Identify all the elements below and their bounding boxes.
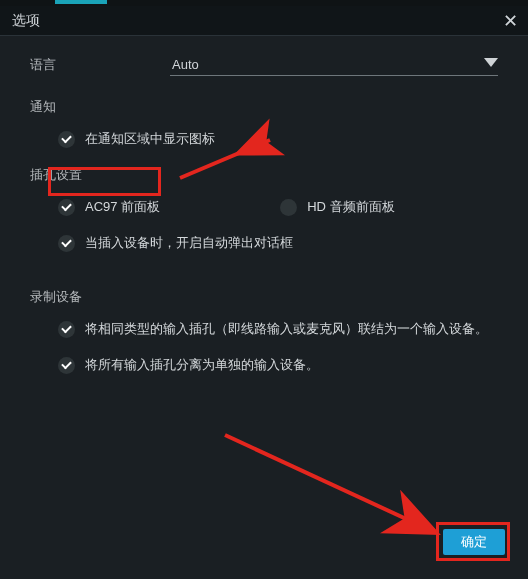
language-label: 语言 <box>30 56 170 74</box>
jack-hd-item: HD 音频前面板 <box>280 198 394 216</box>
record-separate-checkbox[interactable] <box>58 357 75 374</box>
dialog-body: 语言 Auto 通知 在通知区域中显示图标 插孔设置 AC97 前面板 HD 音… <box>0 36 528 374</box>
svg-line-1 <box>225 435 430 530</box>
dialog-header: 选项 ✕ <box>0 6 528 36</box>
notify-header: 通知 <box>30 98 498 116</box>
jack-hd-label: HD 音频前面板 <box>307 198 394 216</box>
language-row: 语言 Auto <box>30 54 498 76</box>
ok-button[interactable]: 确定 <box>443 529 505 555</box>
tab-accent <box>55 0 107 4</box>
jack-autopopup-row: 当插入设备时，开启自动弹出对话框 <box>58 234 498 252</box>
chevron-down-icon <box>484 58 498 67</box>
notify-tray-checkbox[interactable] <box>58 131 75 148</box>
record-separate-row: 将所有输入插孔分离为单独的输入设备。 <box>58 356 498 374</box>
record-combine-checkbox[interactable] <box>58 321 75 338</box>
jack-header: 插孔设置 <box>30 166 498 184</box>
record-combine-row: 将相同类型的输入插孔（即线路输入或麦克风）联结为一个输入设备。 <box>58 320 498 338</box>
jack-ac97-item: AC97 前面板 <box>58 198 160 216</box>
jack-ac97-checkbox[interactable] <box>58 199 75 216</box>
record-separate-label: 将所有输入插孔分离为单独的输入设备。 <box>85 356 319 374</box>
jack-hd-checkbox[interactable] <box>280 199 297 216</box>
notify-tray-row: 在通知区域中显示图标 <box>58 130 498 148</box>
record-header: 录制设备 <box>30 288 498 306</box>
close-button[interactable]: ✕ <box>498 9 522 33</box>
record-combine-label: 将相同类型的输入插孔（即线路输入或麦克风）联结为一个输入设备。 <box>85 320 488 338</box>
dialog-title: 选项 <box>12 12 40 30</box>
jack-autopopup-checkbox[interactable] <box>58 235 75 252</box>
language-value: Auto <box>172 57 199 72</box>
jack-ac97-label: AC97 前面板 <box>85 198 160 216</box>
jack-autopopup-label: 当插入设备时，开启自动弹出对话框 <box>85 234 293 252</box>
language-select[interactable]: Auto <box>170 54 498 76</box>
notify-tray-label: 在通知区域中显示图标 <box>85 130 215 148</box>
jack-panel-row: AC97 前面板 HD 音频前面板 <box>58 198 498 216</box>
